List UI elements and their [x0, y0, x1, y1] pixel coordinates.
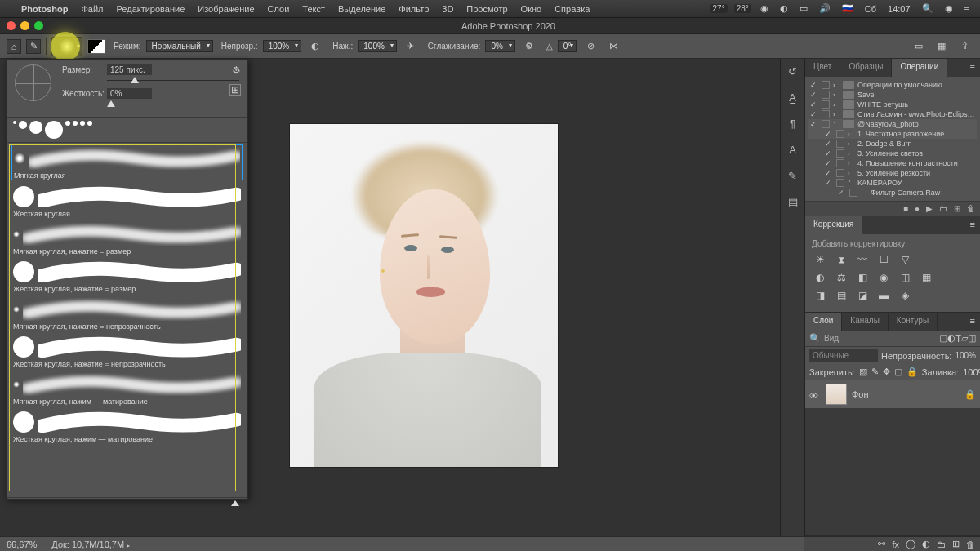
layer-opacity-value[interactable]: 100% [955, 351, 976, 360]
delete-icon[interactable]: 🗑 [967, 204, 975, 213]
tab-swatches[interactable]: Образцы [840, 59, 892, 77]
brush-size-value[interactable]: 125 пикс. [107, 64, 152, 75]
search-icon[interactable]: 🔍 [920, 3, 936, 14]
lock-pixels-icon[interactable]: ✎ [871, 367, 879, 377]
brush-size-dot[interactable] [87, 121, 92, 126]
menu-Фильтр[interactable]: Фильтр [392, 4, 435, 14]
lut-icon[interactable]: ▦ [918, 271, 934, 284]
smoothing-input[interactable]: 0% [485, 40, 514, 52]
curves-icon[interactable]: 〰 [854, 253, 871, 266]
doc-size[interactable]: 10,7M/10,7M [72, 540, 124, 549]
layer-filter[interactable]: 🔍 ▢ ◐ T ▱ ◫ [805, 331, 980, 347]
tab-layers[interactable]: Слои [805, 313, 842, 331]
bw-icon[interactable]: ◧ [854, 271, 871, 284]
brush-size-dot[interactable] [19, 121, 27, 129]
new-brush-icon[interactable]: ⊞ [229, 84, 241, 96]
brush-size-dot[interactable] [45, 121, 63, 139]
menu-3D[interactable]: 3D [435, 4, 460, 14]
exposure-icon[interactable]: ☐ [875, 253, 892, 266]
brush-preset-item[interactable]: Жесткая круглая [7, 182, 247, 220]
hdd-icon[interactable]: ▭ [797, 3, 810, 14]
action-row[interactable]: ✓›Save [808, 90, 977, 100]
stop-icon[interactable]: ■ [903, 204, 908, 213]
notifications-icon[interactable]: ≡ [962, 4, 972, 14]
tab-adjustments[interactable]: Коррекция [805, 216, 862, 234]
action-row[interactable]: ✓Фильтр Camera Raw [808, 188, 977, 198]
search-menu-icon[interactable]: ▦ [933, 38, 951, 56]
new-action-icon[interactable]: ⊞ [954, 204, 960, 213]
fx-icon[interactable]: fx [892, 540, 899, 549]
window-minimize-button[interactable] [20, 21, 29, 30]
brush-preset-item[interactable]: Жесткая круглая, нажатие = непрозрачност… [7, 332, 247, 370]
link-icon[interactable]: ⚯ [878, 539, 885, 549]
window-close-button[interactable] [7, 21, 16, 30]
panel-menu-icon[interactable]: ≡ [965, 59, 980, 77]
app-menu[interactable]: Photoshop [15, 0, 74, 18]
menu-Выделение[interactable]: Выделение [332, 4, 392, 14]
symmetry-icon[interactable]: ⋈ [604, 38, 622, 56]
action-row[interactable]: ✓›1. Частотное разложение [808, 129, 977, 139]
brush-preset-item[interactable]: Мягкая круглая, нажатие = размер [7, 220, 247, 257]
brush-list[interactable]: Мягкая круглаяЖесткая круглаяМягкая круг… [7, 143, 247, 497]
menu-Текст[interactable]: Текст [296, 4, 332, 14]
blend-mode-select[interactable]: Нормальный [146, 40, 213, 52]
new-set-icon[interactable]: 🗀 [939, 204, 947, 213]
menu-Изображение[interactable]: Изображение [191, 4, 261, 14]
brush-size-dot[interactable] [80, 121, 85, 126]
threshold-icon[interactable]: ◪ [854, 289, 871, 302]
action-row[interactable]: ✓›2. Dodge & Burn [808, 139, 977, 149]
delete-layer-icon[interactable]: 🗑 [966, 540, 975, 549]
filter-shape-icon[interactable]: ▱ [961, 333, 968, 344]
posterize-icon[interactable]: ▤ [833, 289, 849, 302]
action-row[interactable]: ✓›Операции по умолчанию [808, 80, 977, 90]
volume-icon[interactable]: 🔊 [817, 3, 833, 14]
brush-size-slider[interactable] [107, 78, 239, 83]
levels-icon[interactable]: ⧗ [833, 253, 849, 266]
document-canvas[interactable] [290, 124, 558, 467]
brush-size-dot[interactable] [73, 121, 78, 126]
brush-preset-item[interactable]: Жесткая круглая, нажатие = размер [7, 257, 247, 295]
brush-panel-menu-icon[interactable]: ⚙ [232, 64, 241, 76]
flow-input[interactable]: 100% [358, 40, 397, 52]
panel-menu-icon[interactable]: ≡ [965, 313, 980, 331]
tab-channels[interactable]: Каналы [842, 313, 889, 331]
wifi-icon[interactable]: ◉ [758, 3, 771, 14]
adjustment-layer-icon[interactable]: ◐ [922, 539, 930, 549]
balance-icon[interactable]: ⚖ [833, 271, 849, 284]
smoothing-options-icon[interactable]: ⚙ [520, 38, 538, 56]
play-icon[interactable]: ▶ [926, 204, 933, 213]
brush-angle-widget[interactable] [15, 64, 51, 101]
panel-menu-icon[interactable]: ≡ [965, 216, 980, 234]
lock-position-icon[interactable]: ✥ [883, 367, 890, 377]
cloud-icon[interactable]: ◐ [777, 3, 791, 14]
brush-preset-item[interactable]: Мягкая круглая [11, 144, 243, 180]
paragraph-icon[interactable]: ¶ [786, 116, 800, 131]
mixer-icon[interactable]: ◫ [897, 271, 913, 284]
angle-input[interactable]: 0° [558, 40, 577, 52]
brush-tool-icon[interactable]: ✎ [26, 39, 41, 54]
filter-pixel-icon[interactable]: ▢ [939, 333, 947, 344]
action-row[interactable]: ✓›Стив Ласмин - www.Photo-Eclipse.ru - У… [808, 109, 977, 119]
home-button[interactable]: ⌂ [7, 39, 21, 54]
glyphs-icon[interactable]: A [786, 142, 800, 157]
layer-filter-input[interactable] [824, 334, 939, 343]
brush-settings-button[interactable] [87, 39, 105, 54]
lock-artboard-icon[interactable]: ▢ [894, 367, 902, 377]
airbrush-icon[interactable]: ✈ [402, 38, 420, 56]
brush-size-dot[interactable] [65, 121, 70, 126]
record-icon[interactable]: ● [915, 204, 920, 213]
menu-Файл[interactable]: Файл [74, 4, 109, 14]
layer-name[interactable]: Фон [852, 389, 869, 399]
tab-color[interactable]: Цвет [805, 59, 840, 77]
layer-item[interactable]: 👁 Фон 🔒 [805, 380, 980, 408]
lock-all-icon[interactable]: 🔒 [906, 367, 918, 377]
filter-smart-icon[interactable]: ◫ [968, 333, 976, 344]
control-center-icon[interactable]: ◉ [942, 3, 956, 14]
action-row[interactable]: ✓›3. Усиление светов [808, 149, 977, 158]
action-row[interactable]: ✓›WHITE ретушь [808, 100, 977, 109]
brush-size-dot[interactable] [29, 121, 42, 134]
brush-preset-item[interactable]: Жесткая круглая, нажим — матирование [7, 407, 247, 445]
layer-thumbnail[interactable] [826, 384, 847, 405]
window-zoom-button[interactable] [34, 21, 43, 30]
opacity-input[interactable]: 100% [263, 40, 302, 52]
